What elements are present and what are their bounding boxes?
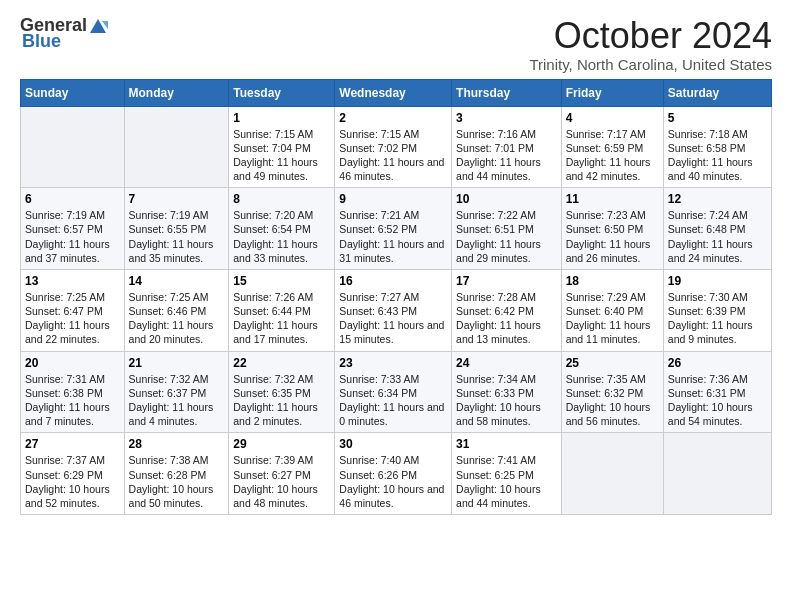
logo-blue-text: Blue <box>22 32 61 52</box>
calendar-cell: 29Sunrise: 7:39 AM Sunset: 6:27 PM Dayli… <box>229 433 335 515</box>
day-info: Sunrise: 7:39 AM Sunset: 6:27 PM Dayligh… <box>233 453 330 510</box>
day-info: Sunrise: 7:25 AM Sunset: 6:47 PM Dayligh… <box>25 290 120 347</box>
day-info: Sunrise: 7:34 AM Sunset: 6:33 PM Dayligh… <box>456 372 557 429</box>
day-number: 11 <box>566 192 659 206</box>
calendar-week-0: 1Sunrise: 7:15 AM Sunset: 7:04 PM Daylig… <box>21 106 772 188</box>
header-day-wednesday: Wednesday <box>335 79 452 106</box>
day-number: 20 <box>25 356 120 370</box>
day-number: 2 <box>339 111 447 125</box>
calendar-cell <box>124 106 229 188</box>
day-number: 1 <box>233 111 330 125</box>
calendar-cell: 26Sunrise: 7:36 AM Sunset: 6:31 PM Dayli… <box>663 351 771 433</box>
calendar-cell: 22Sunrise: 7:32 AM Sunset: 6:35 PM Dayli… <box>229 351 335 433</box>
day-info: Sunrise: 7:24 AM Sunset: 6:48 PM Dayligh… <box>668 208 767 265</box>
day-info: Sunrise: 7:19 AM Sunset: 6:55 PM Dayligh… <box>129 208 225 265</box>
calendar-cell: 12Sunrise: 7:24 AM Sunset: 6:48 PM Dayli… <box>663 188 771 270</box>
day-number: 29 <box>233 437 330 451</box>
calendar-cell: 1Sunrise: 7:15 AM Sunset: 7:04 PM Daylig… <box>229 106 335 188</box>
day-info: Sunrise: 7:27 AM Sunset: 6:43 PM Dayligh… <box>339 290 447 347</box>
day-info: Sunrise: 7:41 AM Sunset: 6:25 PM Dayligh… <box>456 453 557 510</box>
page-header: General Blue October 2024 Trinity, North… <box>20 16 772 73</box>
calendar-cell: 20Sunrise: 7:31 AM Sunset: 6:38 PM Dayli… <box>21 351 125 433</box>
calendar-cell: 16Sunrise: 7:27 AM Sunset: 6:43 PM Dayli… <box>335 269 452 351</box>
day-info: Sunrise: 7:36 AM Sunset: 6:31 PM Dayligh… <box>668 372 767 429</box>
day-info: Sunrise: 7:22 AM Sunset: 6:51 PM Dayligh… <box>456 208 557 265</box>
calendar-body: 1Sunrise: 7:15 AM Sunset: 7:04 PM Daylig… <box>21 106 772 514</box>
day-number: 23 <box>339 356 447 370</box>
calendar-cell: 25Sunrise: 7:35 AM Sunset: 6:32 PM Dayli… <box>561 351 663 433</box>
title-block: October 2024 Trinity, North Carolina, Un… <box>529 16 772 73</box>
calendar-cell: 9Sunrise: 7:21 AM Sunset: 6:52 PM Daylig… <box>335 188 452 270</box>
calendar-cell: 8Sunrise: 7:20 AM Sunset: 6:54 PM Daylig… <box>229 188 335 270</box>
day-info: Sunrise: 7:17 AM Sunset: 6:59 PM Dayligh… <box>566 127 659 184</box>
calendar-cell: 28Sunrise: 7:38 AM Sunset: 6:28 PM Dayli… <box>124 433 229 515</box>
day-number: 6 <box>25 192 120 206</box>
calendar-cell: 3Sunrise: 7:16 AM Sunset: 7:01 PM Daylig… <box>452 106 562 188</box>
day-number: 22 <box>233 356 330 370</box>
calendar-cell: 23Sunrise: 7:33 AM Sunset: 6:34 PM Dayli… <box>335 351 452 433</box>
day-number: 5 <box>668 111 767 125</box>
header-row: SundayMondayTuesdayWednesdayThursdayFrid… <box>21 79 772 106</box>
day-info: Sunrise: 7:23 AM Sunset: 6:50 PM Dayligh… <box>566 208 659 265</box>
calendar-week-3: 20Sunrise: 7:31 AM Sunset: 6:38 PM Dayli… <box>21 351 772 433</box>
day-info: Sunrise: 7:26 AM Sunset: 6:44 PM Dayligh… <box>233 290 330 347</box>
day-info: Sunrise: 7:28 AM Sunset: 6:42 PM Dayligh… <box>456 290 557 347</box>
day-number: 31 <box>456 437 557 451</box>
calendar-cell: 7Sunrise: 7:19 AM Sunset: 6:55 PM Daylig… <box>124 188 229 270</box>
day-number: 10 <box>456 192 557 206</box>
header-day-sunday: Sunday <box>21 79 125 106</box>
day-info: Sunrise: 7:37 AM Sunset: 6:29 PM Dayligh… <box>25 453 120 510</box>
day-info: Sunrise: 7:30 AM Sunset: 6:39 PM Dayligh… <box>668 290 767 347</box>
day-info: Sunrise: 7:40 AM Sunset: 6:26 PM Dayligh… <box>339 453 447 510</box>
calendar-cell: 11Sunrise: 7:23 AM Sunset: 6:50 PM Dayli… <box>561 188 663 270</box>
calendar-cell: 30Sunrise: 7:40 AM Sunset: 6:26 PM Dayli… <box>335 433 452 515</box>
calendar-header: SundayMondayTuesdayWednesdayThursdayFrid… <box>21 79 772 106</box>
day-info: Sunrise: 7:16 AM Sunset: 7:01 PM Dayligh… <box>456 127 557 184</box>
calendar-cell <box>561 433 663 515</box>
calendar-cell: 31Sunrise: 7:41 AM Sunset: 6:25 PM Dayli… <box>452 433 562 515</box>
day-info: Sunrise: 7:25 AM Sunset: 6:46 PM Dayligh… <box>129 290 225 347</box>
day-info: Sunrise: 7:19 AM Sunset: 6:57 PM Dayligh… <box>25 208 120 265</box>
day-info: Sunrise: 7:15 AM Sunset: 7:02 PM Dayligh… <box>339 127 447 184</box>
day-number: 30 <box>339 437 447 451</box>
day-info: Sunrise: 7:33 AM Sunset: 6:34 PM Dayligh… <box>339 372 447 429</box>
day-info: Sunrise: 7:20 AM Sunset: 6:54 PM Dayligh… <box>233 208 330 265</box>
day-number: 25 <box>566 356 659 370</box>
day-number: 24 <box>456 356 557 370</box>
calendar-cell: 4Sunrise: 7:17 AM Sunset: 6:59 PM Daylig… <box>561 106 663 188</box>
day-info: Sunrise: 7:15 AM Sunset: 7:04 PM Dayligh… <box>233 127 330 184</box>
day-number: 17 <box>456 274 557 288</box>
day-number: 16 <box>339 274 447 288</box>
day-number: 12 <box>668 192 767 206</box>
calendar-table: SundayMondayTuesdayWednesdayThursdayFrid… <box>20 79 772 515</box>
day-info: Sunrise: 7:31 AM Sunset: 6:38 PM Dayligh… <box>25 372 120 429</box>
day-info: Sunrise: 7:21 AM Sunset: 6:52 PM Dayligh… <box>339 208 447 265</box>
calendar-cell: 18Sunrise: 7:29 AM Sunset: 6:40 PM Dayli… <box>561 269 663 351</box>
calendar-cell: 24Sunrise: 7:34 AM Sunset: 6:33 PM Dayli… <box>452 351 562 433</box>
calendar-cell: 5Sunrise: 7:18 AM Sunset: 6:58 PM Daylig… <box>663 106 771 188</box>
day-number: 8 <box>233 192 330 206</box>
calendar-cell: 27Sunrise: 7:37 AM Sunset: 6:29 PM Dayli… <box>21 433 125 515</box>
header-day-friday: Friday <box>561 79 663 106</box>
day-number: 14 <box>129 274 225 288</box>
calendar-cell: 15Sunrise: 7:26 AM Sunset: 6:44 PM Dayli… <box>229 269 335 351</box>
logo-icon <box>88 17 108 35</box>
day-number: 26 <box>668 356 767 370</box>
day-number: 3 <box>456 111 557 125</box>
calendar-cell: 19Sunrise: 7:30 AM Sunset: 6:39 PM Dayli… <box>663 269 771 351</box>
header-day-monday: Monday <box>124 79 229 106</box>
calendar-cell: 2Sunrise: 7:15 AM Sunset: 7:02 PM Daylig… <box>335 106 452 188</box>
day-number: 7 <box>129 192 225 206</box>
calendar-cell: 17Sunrise: 7:28 AM Sunset: 6:42 PM Dayli… <box>452 269 562 351</box>
location-title: Trinity, North Carolina, United States <box>529 56 772 73</box>
day-info: Sunrise: 7:18 AM Sunset: 6:58 PM Dayligh… <box>668 127 767 184</box>
day-info: Sunrise: 7:35 AM Sunset: 6:32 PM Dayligh… <box>566 372 659 429</box>
day-number: 15 <box>233 274 330 288</box>
day-info: Sunrise: 7:29 AM Sunset: 6:40 PM Dayligh… <box>566 290 659 347</box>
header-day-thursday: Thursday <box>452 79 562 106</box>
day-number: 18 <box>566 274 659 288</box>
day-number: 4 <box>566 111 659 125</box>
header-day-tuesday: Tuesday <box>229 79 335 106</box>
day-number: 28 <box>129 437 225 451</box>
calendar-week-1: 6Sunrise: 7:19 AM Sunset: 6:57 PM Daylig… <box>21 188 772 270</box>
